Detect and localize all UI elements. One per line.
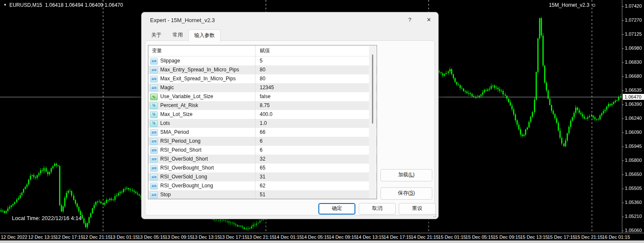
int-type-icon: 123 xyxy=(150,129,158,136)
current-price-tag: 1.06470 xyxy=(623,94,644,100)
param-name: RSI_OverBought_Short xyxy=(160,164,214,172)
price-axis-label: 1.06680 xyxy=(625,73,642,79)
param-name-cell: 123SMA_Period xyxy=(148,128,255,137)
price-axis-tick xyxy=(622,161,624,161)
param-row[interactable]: 123RSI_OverBought_Short65 xyxy=(148,164,377,172)
param-row[interactable]: 123SMA_Period66 xyxy=(148,128,377,137)
param-name-cell: 123RSI_Period_Short xyxy=(148,146,255,155)
param-value-cell[interactable]: 66 xyxy=(255,128,377,137)
scrollbar-thumb[interactable] xyxy=(372,54,373,124)
param-row[interactable]: 123RSI_Period_Long6 xyxy=(148,137,377,146)
int-type-icon: 123 xyxy=(150,67,158,73)
param-value-cell[interactable]: 400.0 xyxy=(255,110,377,119)
time-axis-label: 13 Dec 01:15 xyxy=(110,235,138,240)
day-separator-line xyxy=(103,0,103,233)
price-axis-label: 1.07270 xyxy=(625,17,642,23)
param-value-cell[interactable]: 6 xyxy=(255,137,377,146)
int-type-icon: 123 xyxy=(150,156,158,163)
symbol-dropdown-icon[interactable]: ▼ xyxy=(3,3,7,7)
time-axis-label: 15 Dec 05:15 xyxy=(465,235,493,240)
column-header-value[interactable]: 赋值 xyxy=(255,45,377,56)
param-row[interactable]: 123Magic12345 xyxy=(148,83,377,92)
param-name: Max_Entry_Spread_In_Micro_Pips xyxy=(160,65,239,74)
price-axis-tick xyxy=(622,231,624,231)
price-axis-tick xyxy=(622,6,624,7)
param-row[interactable]: ½Percent_At_Risk8.75 xyxy=(148,101,377,110)
param-row[interactable]: 123RSI_Period_Short6 xyxy=(148,146,377,155)
ea-name-overlay: 15M_Hornet_v2.3☺ xyxy=(549,2,596,8)
param-value-cell[interactable]: 80 xyxy=(255,74,377,83)
param-row[interactable]: 123RSI_OverSold_Long31 xyxy=(148,172,377,181)
resize-grip[interactable] xyxy=(432,213,436,217)
time-axis-label: 14 Dec 17:15 xyxy=(383,235,411,240)
save-button[interactable]: 保存(S) xyxy=(380,187,432,200)
param-value-cell[interactable]: 31 xyxy=(255,172,377,181)
price-axis-label: 1.05650 xyxy=(625,172,642,177)
param-row[interactable]: ∿Use_Variable_Lot_Sizefalse xyxy=(148,92,377,101)
param-value-cell[interactable]: 65 xyxy=(255,164,377,172)
param-value-cell[interactable]: 8.75 xyxy=(255,101,377,110)
table-scrollbar[interactable] xyxy=(369,46,376,198)
price-axis-tick xyxy=(622,62,624,63)
tab-inputs[interactable]: 输入参数 xyxy=(188,29,221,42)
param-name: RSI_Period_Long xyxy=(160,137,201,146)
dialog-tabs: 关于常用输入参数 xyxy=(146,29,221,41)
symbol-label: EURUSD,M15 xyxy=(9,2,42,8)
param-value-cell[interactable]: 80 xyxy=(255,65,377,74)
time-axis-label: 15 Dec 17:15 xyxy=(548,235,575,240)
param-name-cell: ½Percent_At_Risk xyxy=(148,101,255,110)
price-axis-tick xyxy=(622,90,624,91)
expert-settings-dialog[interactable]: Expert - 15M_Hornet_v2.3 ? ✕ 关于常用输入参数 变量… xyxy=(141,12,439,219)
price-axis-label: 1.05945 xyxy=(625,144,642,149)
param-name: RSI_OverSold_Short xyxy=(160,155,208,164)
close-icon[interactable]: ✕ xyxy=(422,15,436,25)
reset-button[interactable]: 重设 xyxy=(399,203,436,215)
cancel-button[interactable]: 取消 xyxy=(359,203,396,215)
param-value-cell[interactable]: 51 xyxy=(255,190,377,199)
param-name: RSI_OverSold_Long xyxy=(160,172,207,181)
param-name-cell: 123Stop xyxy=(148,190,255,199)
param-name: Slippage xyxy=(160,57,180,65)
price-axis-label: 1.05505 xyxy=(625,186,642,191)
column-header-variable[interactable]: 变量 xyxy=(148,45,255,56)
time-axis-label: 13 Dec 13:15 xyxy=(192,235,220,240)
param-row[interactable]: ½Max_Lot_Size400.0 xyxy=(148,110,377,119)
param-name-cell: ∿Use_Variable_Lot_Size xyxy=(148,92,255,101)
price-axis-label: 1.06390 xyxy=(625,102,642,107)
param-value-cell[interactable]: false xyxy=(255,92,377,101)
param-row[interactable]: ½Lots1.0 xyxy=(148,119,377,128)
price-axis-tick xyxy=(622,175,624,175)
param-row[interactable]: 123Stop51 xyxy=(148,190,377,199)
param-value-cell[interactable]: 62 xyxy=(255,181,377,190)
ok-button[interactable]: 确定 xyxy=(318,203,355,215)
price-axis-tick xyxy=(622,189,624,189)
param-value-cell[interactable]: 5 xyxy=(255,57,377,65)
price-axis-tick xyxy=(622,203,624,203)
param-value-cell[interactable]: 6 xyxy=(255,146,377,155)
time-axis[interactable]: 12 Dec 202212 Dec 13:1512 Dec 17:1512 De… xyxy=(0,233,644,241)
table-header-row: 变量 赋值 xyxy=(148,45,377,57)
tab-common[interactable]: 常用 xyxy=(167,29,188,41)
tab-about[interactable]: 关于 xyxy=(146,29,167,41)
time-axis-label: 15 Dec 01:15 xyxy=(438,235,466,240)
param-row[interactable]: 123Slippage5 xyxy=(148,57,377,65)
param-value-cell[interactable]: 32 xyxy=(255,155,377,164)
price-axis-tick xyxy=(622,133,624,133)
param-name: Lots xyxy=(160,119,170,128)
param-row[interactable]: 123Max_Entry_Spread_In_Micro_Pips80 xyxy=(148,65,377,74)
load-button[interactable]: 加载(L) xyxy=(380,169,432,181)
help-button[interactable]: ? xyxy=(404,15,415,25)
param-value-cell[interactable]: 1.0 xyxy=(255,119,377,128)
parameter-table[interactable]: 变量 赋值 123Slippage5123Max_Entry_Spread_In… xyxy=(148,45,377,199)
param-name-cell: 123RSI_OverSold_Long xyxy=(148,172,255,181)
price-axis[interactable]: 1.06470 1.074201.072701.071251.069801.06… xyxy=(622,0,644,233)
param-row[interactable]: 123RSI_OverBought_Long62 xyxy=(148,181,377,190)
param-row[interactable]: 123RSI_OverSold_Short32 xyxy=(148,155,377,164)
int-type-icon: 123 xyxy=(150,192,158,198)
time-axis-label: 14 Dec 09:15 xyxy=(329,235,357,240)
price-axis-label: 1.06830 xyxy=(625,59,642,65)
param-row[interactable]: 123Max_Exit_Spread_In_Micro_Pips80 xyxy=(148,74,377,83)
param-value-cell[interactable]: 12345 xyxy=(255,83,377,92)
time-axis-label: 13 Dec 09:15 xyxy=(165,235,193,240)
param-name-cell: 123Max_Entry_Spread_In_Micro_Pips xyxy=(148,65,255,74)
